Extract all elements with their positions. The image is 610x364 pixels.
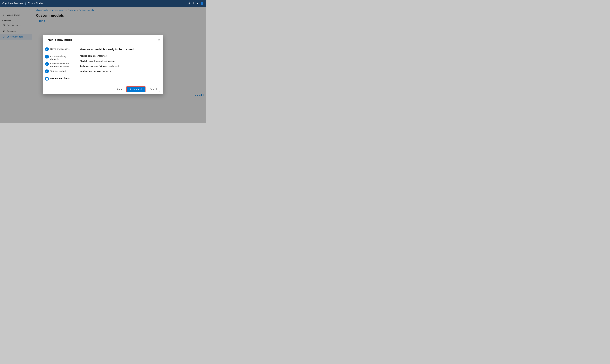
settings-icon[interactable]: ⚙ [188, 2, 191, 5]
modal-footer: Back Train model Cancel [43, 84, 163, 94]
modal-dialog: Train a new model × ✓ Name and scenario [43, 35, 163, 94]
step-label-1: Name and scenario [50, 47, 70, 51]
review-value-training-dataset: contosodataset [103, 65, 119, 68]
review-label-evaluation-dataset: Evaluation dataset(s): [80, 70, 106, 73]
review-heading: Your new model is ready to be trained [80, 48, 159, 51]
review-label-model-type: Model type: [80, 60, 93, 63]
step-item-choose-training: ✓ Choose training datasets [45, 55, 73, 62]
review-panel: Your new model is ready to be trained Mo… [75, 44, 163, 84]
step-label-5: Review and finish [50, 77, 70, 80]
step-item-name-scenario: ✓ Name and scenario [45, 47, 73, 55]
review-value-model-type: Image classification [94, 60, 115, 63]
train-model-button[interactable]: Train model [127, 87, 145, 92]
step-connector-2 [48, 59, 48, 62]
step-circle-2: ✓ [45, 55, 49, 59]
review-row-evaluation-dataset: Evaluation dataset(s): None [80, 70, 159, 73]
review-label-training-dataset: Training dataset(s): [80, 65, 103, 68]
step-connector-3 [48, 66, 48, 69]
step-label-2: Choose training datasets [50, 55, 73, 61]
step-circle-1: ✓ [45, 47, 49, 51]
review-label-model-name: Model name: [80, 54, 95, 57]
modal-overlay: Train a new model × ✓ Name and scenario [0, 7, 206, 123]
step-item-choose-evaluation: ✓ Choose evaluation datasets (Optional) [45, 62, 73, 69]
review-row-model-type: Model type: Image classification [80, 60, 159, 63]
user-icon[interactable]: 👤 [200, 2, 204, 5]
nav-divider: | [25, 2, 26, 5]
modal-header: Train a new model × [43, 35, 163, 44]
step-circle-3: ✓ [45, 62, 49, 66]
step-circle-5: ● [45, 77, 49, 81]
back-button[interactable]: Back [114, 87, 125, 92]
step-label-4: Training budget [50, 69, 66, 73]
wizard-steps-panel: ✓ Name and scenario ✓ Choose training da… [43, 44, 75, 84]
review-value-model-name: contosotest [95, 54, 107, 57]
review-row-model-name: Model name: contosotest [80, 54, 159, 57]
step-label-3: Choose evaluation datasets (Optional) [50, 62, 73, 68]
modal-body: ✓ Name and scenario ✓ Choose training da… [43, 44, 163, 84]
footer-right: Back Train model Cancel [114, 87, 160, 92]
step-circle-4: ✓ [45, 69, 49, 73]
top-nav: Cognitive Services | Vision Studio ⚙ ? ▾… [0, 0, 206, 7]
step-item-review-finish: ● Review and finish [45, 77, 73, 81]
step-connector-4 [48, 73, 48, 77]
review-row-training-dataset: Training dataset(s): contosodataset [80, 65, 159, 68]
modal-close-button[interactable]: × [158, 39, 160, 41]
nav-right: ⚙ ? ▾ 👤 [188, 2, 204, 5]
step-item-training-budget: ✓ Training budget [45, 69, 73, 77]
help-icon[interactable]: ? [193, 2, 194, 5]
nav-product: Vision Studio [28, 2, 42, 5]
nav-brand: Cognitive Services [2, 2, 23, 5]
step-connector-1 [48, 51, 48, 55]
cancel-button[interactable]: Cancel [147, 87, 160, 92]
dropdown-icon[interactable]: ▾ [197, 2, 198, 5]
nav-left: Cognitive Services | Vision Studio [2, 2, 43, 5]
modal-title: Train a new model [46, 38, 73, 41]
review-value-evaluation-dataset: None [106, 70, 112, 73]
